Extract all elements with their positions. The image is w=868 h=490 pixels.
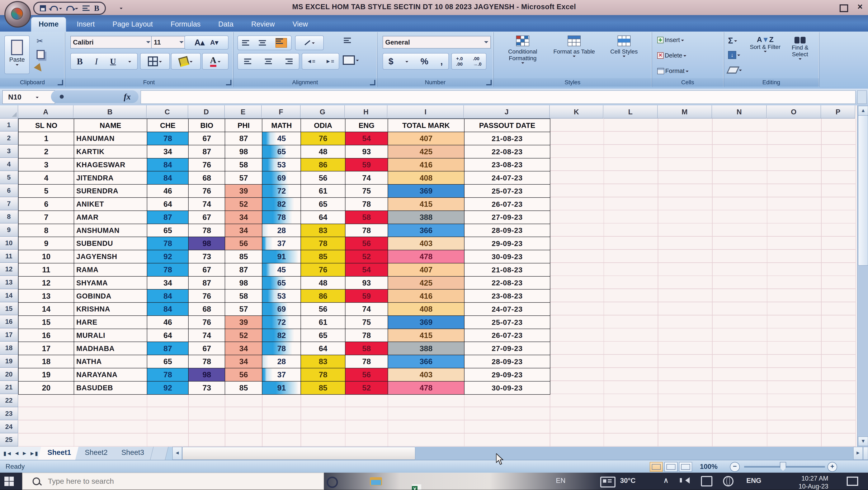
cell-D4[interactable]: 76 — [188, 158, 225, 172]
save-icon[interactable] — [40, 5, 46, 11]
cell-D10[interactable]: 98 — [188, 237, 225, 250]
clipboard-dialog-launcher[interactable] — [58, 80, 63, 85]
cell-F6[interactable]: 72 — [262, 184, 301, 198]
row-header-25[interactable]: 25 — [0, 434, 18, 446]
cell-H8[interactable]: 58 — [345, 210, 388, 224]
borders-button[interactable] — [140, 53, 170, 69]
wrap-text-icon[interactable] — [344, 38, 351, 43]
copy-icon[interactable] — [36, 50, 45, 59]
row-header-10[interactable]: 10 — [0, 237, 18, 250]
cell-J19[interactable]: 28-09-23 — [464, 355, 551, 368]
cell-J13[interactable]: 22-08-23 — [464, 276, 551, 290]
zoom-in-button[interactable]: + — [828, 462, 837, 471]
cell-E3[interactable]: 98 — [225, 145, 262, 158]
cell-C11[interactable]: 92 — [147, 250, 189, 263]
table-header-math[interactable]: MATH — [262, 118, 301, 132]
table-header-bio[interactable]: BIO — [188, 118, 225, 132]
select-all-corner[interactable] — [0, 105, 18, 118]
cell-E9[interactable]: 34 — [225, 224, 262, 237]
worksheet-grid[interactable]: ABCDEFGHIJKLMNOP 12345678910111213141516… — [0, 105, 857, 447]
cell-A13[interactable]: 12 — [18, 276, 74, 290]
column-header-B[interactable]: B — [74, 105, 147, 118]
cell-C12[interactable]: 78 — [147, 263, 189, 277]
underline-button[interactable]: U — [110, 57, 116, 66]
cell-J20[interactable]: 29-09-23 — [464, 368, 551, 381]
cell-I4[interactable]: 416 — [388, 158, 464, 172]
formula-input[interactable] — [141, 90, 856, 104]
cell-J18[interactable]: 27-09-23 — [464, 342, 551, 355]
merge-center-button[interactable] — [343, 55, 359, 65]
underline-dropdown[interactable] — [128, 61, 131, 64]
tab-home[interactable]: Home — [31, 17, 66, 32]
cell-A7[interactable]: 6 — [18, 197, 74, 211]
cell-F3[interactable]: 65 — [262, 145, 301, 158]
cell-H18[interactable]: 58 — [345, 342, 388, 355]
clear-button[interactable] — [728, 66, 742, 74]
cell-D17[interactable]: 74 — [188, 328, 225, 342]
clock[interactable]: 10:27 AM 10-Aug-23 — [799, 474, 828, 490]
cell-G9[interactable]: 83 — [301, 224, 345, 237]
scroll-right-button[interactable]: ► — [853, 447, 863, 460]
cell-E18[interactable]: 34 — [225, 342, 262, 355]
bold-quick-icon[interactable]: B — [94, 4, 99, 12]
column-header-I[interactable]: I — [388, 105, 464, 118]
cell-J4[interactable]: 23-08-23 — [464, 158, 551, 172]
cell-A9[interactable]: 8 — [18, 224, 74, 237]
cell-H15[interactable]: 74 — [345, 302, 388, 316]
tab-formulas[interactable]: Formulas — [163, 17, 208, 32]
cell-G3[interactable]: 48 — [301, 145, 345, 158]
language-small-indicator[interactable]: EN — [556, 477, 565, 485]
row-header-13[interactable]: 13 — [0, 276, 18, 289]
cell-J17[interactable]: 26-07-23 — [464, 328, 551, 342]
cell-J21[interactable]: 30-09-23 — [464, 381, 551, 395]
page-layout-view-button[interactable] — [664, 462, 677, 471]
bottom-align-button[interactable] — [276, 38, 287, 48]
column-header-C[interactable]: C — [147, 105, 188, 118]
column-header-F[interactable]: F — [262, 105, 301, 118]
cell-B18[interactable]: MADHABA — [74, 342, 148, 355]
table-header-odia[interactable]: ODIA — [301, 118, 345, 132]
cell-D15[interactable]: 68 — [188, 302, 225, 316]
row-header-2[interactable]: 2 — [0, 132, 18, 145]
cell-I3[interactable]: 425 — [388, 145, 464, 158]
vertical-scrollbar[interactable]: ▲ ▼ — [857, 105, 868, 447]
language-indicator[interactable]: ENG — [746, 477, 762, 485]
cell-H7[interactable]: 78 — [345, 197, 388, 211]
tab-view[interactable]: View — [285, 17, 315, 32]
cell-C19[interactable]: 65 — [147, 355, 189, 368]
cancel-entry-icon[interactable] — [60, 95, 64, 99]
cell-J15[interactable]: 24-07-23 — [464, 302, 551, 316]
cell-E13[interactable]: 98 — [225, 276, 262, 290]
align-left-button[interactable] — [244, 59, 251, 64]
cell-J11[interactable]: 30-09-23 — [464, 250, 551, 263]
cell-H14[interactable]: 59 — [345, 289, 388, 303]
sheet-tab-sheet1[interactable]: Sheet1 — [38, 447, 81, 460]
cell-H19[interactable]: 78 — [345, 355, 388, 368]
cell-C13[interactable]: 34 — [147, 276, 189, 290]
horizontal-scroll-thumb[interactable] — [182, 447, 415, 460]
format-cells-button[interactable]: Format — [657, 67, 689, 75]
cell-E7[interactable]: 52 — [225, 197, 262, 211]
cell-G2[interactable]: 76 — [301, 132, 345, 145]
decrease-decimal-button[interactable]: .00→.0 — [473, 56, 482, 67]
cell-F17[interactable]: 82 — [262, 328, 301, 342]
align-right-button[interactable] — [285, 59, 292, 64]
cell-B11[interactable]: JAGYENSH — [74, 250, 148, 263]
bold-button[interactable]: B — [77, 56, 83, 66]
undo-button[interactable] — [50, 6, 62, 11]
cell-H4[interactable]: 59 — [345, 158, 388, 172]
percent-style-button[interactable]: % — [421, 56, 428, 66]
cell-C16[interactable]: 46 — [147, 315, 189, 329]
office-button[interactable] — [4, 1, 31, 28]
cell-J2[interactable]: 21-08-23 — [464, 132, 551, 145]
middle-align-button[interactable] — [259, 40, 266, 46]
cell-J9[interactable]: 28-09-23 — [464, 224, 551, 237]
column-header-L[interactable]: L — [603, 105, 658, 118]
cell-E17[interactable]: 52 — [225, 328, 262, 342]
row-header-15[interactable]: 15 — [0, 302, 18, 315]
cell-J8[interactable]: 27-09-23 — [464, 210, 551, 224]
paste-dropdown[interactable] — [16, 64, 19, 67]
cell-D16[interactable]: 76 — [188, 315, 225, 329]
table-rows-icon[interactable] — [83, 5, 90, 11]
top-align-button[interactable] — [242, 40, 249, 46]
